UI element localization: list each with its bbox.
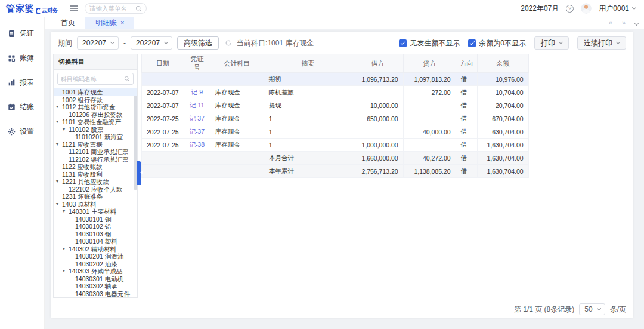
page-size-select[interactable]: 50 — [579, 303, 605, 315]
cell-dir: 借 — [456, 139, 477, 152]
tree-item[interactable]: 11010201 新海宜 — [54, 133, 137, 141]
tree-item[interactable]: 14030201 润滑油 — [54, 253, 137, 260]
period-to-select[interactable]: 202207 — [131, 36, 172, 50]
expand-arrow-icon[interactable]: ▾ — [63, 126, 65, 134]
tree-item[interactable]: ▾1121 应收票据 — [54, 141, 137, 149]
tree-collapse-handle[interactable] — [137, 161, 141, 185]
continuous-print-button[interactable]: 连续打印 — [577, 36, 626, 50]
tree-item[interactable]: 14030302 轴承 — [54, 282, 137, 290]
tree-item[interactable]: ▾1012 其他货币资金 — [54, 103, 137, 111]
tree-item[interactable]: ▾110102 股票 — [54, 126, 137, 134]
tabs-menu-icon[interactable] — [635, 19, 638, 26]
user-menu[interactable]: 用户0001 — [599, 4, 636, 14]
tree-item[interactable]: 1002 银行存款 — [54, 96, 137, 104]
voucher-link[interactable]: 记-9 — [191, 88, 203, 96]
cell-balance: 20,704.00 — [477, 99, 528, 112]
tree-item[interactable]: 14030202 油漆 — [54, 260, 137, 268]
no-activity-checkbox[interactable]: 无发生额不显示 — [399, 38, 460, 48]
tree-item[interactable]: ▾140303 外购半成品 — [54, 267, 137, 275]
period-separator: - — [123, 39, 126, 47]
cell-credit: 40,000.00 — [403, 125, 456, 139]
advanced-filter-button[interactable]: 高级筛选 — [177, 36, 219, 50]
tree-item[interactable]: 14030301 电动机 — [54, 275, 137, 283]
cell-voucher: 记-37 — [184, 125, 210, 139]
tree-item[interactable]: 1131 应收股利 — [54, 171, 137, 179]
menu-search-box[interactable] — [85, 3, 147, 14]
tree-item[interactable]: ▾1221 其他应收款 — [54, 178, 137, 186]
voucher-link[interactable]: 记-11 — [190, 102, 205, 109]
tree-item[interactable]: ▾140302 辅助材料 — [54, 245, 137, 253]
column-header: 摘要 — [264, 54, 352, 73]
closing-icon — [8, 103, 16, 111]
tree-item-label: 14030303 电器元件 — [75, 290, 130, 297]
tree-item[interactable]: 14030103 钢 — [54, 230, 137, 238]
checkbox-checked-icon — [468, 39, 476, 47]
refresh-icon[interactable] — [225, 39, 232, 47]
cell-dir: 借 — [456, 112, 477, 125]
tab-label: 明细账 — [95, 18, 117, 28]
brand-sub-text: 云财务 — [42, 7, 58, 14]
brand-swoosh-icon — [36, 8, 41, 14]
voucher-link[interactable]: 记-37 — [189, 115, 205, 122]
tree-item[interactable]: 14030101 铜 — [54, 216, 137, 223]
sidebar-item-settings[interactable]: 设置 — [0, 119, 44, 144]
tree-item[interactable]: ▾1101 交易性金融资产 — [54, 118, 137, 126]
tree-item[interactable]: 14030104 塑料 — [54, 238, 137, 245]
tree-item[interactable]: 112102 银行承兑汇票 — [54, 156, 137, 164]
tree-item-label: 1012 其他货币资金 — [62, 103, 115, 110]
print-button[interactable]: 打印 — [534, 36, 569, 50]
cell-dir: 借 — [456, 125, 477, 139]
tree-item[interactable]: 112101 商业承兑汇票 — [54, 148, 137, 156]
expand-arrow-icon[interactable]: ▾ — [56, 103, 58, 111]
cell-balance: 630,704.00 — [477, 125, 528, 139]
sidebar-item-closing[interactable]: 结账 — [0, 95, 44, 119]
voucher-link[interactable]: 记-37 — [189, 128, 205, 135]
chevron-down-icon — [110, 40, 114, 44]
cell-balance: 10,704.00 — [477, 86, 528, 99]
tree-item[interactable]: 1231 坏账准备 — [54, 193, 137, 201]
expand-arrow-icon[interactable]: ▾ — [63, 267, 65, 275]
tree-item[interactable]: 1122 应收账款 — [54, 163, 137, 171]
expand-arrow-icon[interactable]: ▾ — [63, 208, 65, 216]
menu-search-input[interactable] — [89, 5, 133, 12]
cell-summary: 提现 — [264, 99, 352, 112]
help-icon[interactable]: ? — [566, 5, 574, 13]
cell-credit — [403, 99, 456, 112]
expand-arrow-icon[interactable]: ▾ — [56, 201, 58, 208]
tree-item[interactable]: ▾140301 主要材料 — [54, 208, 137, 216]
tree-item-label: 101206 存出投资款 — [69, 111, 122, 118]
period-from-select[interactable]: 202207 — [77, 36, 119, 50]
tree-item[interactable]: ▾1403 原材料 — [54, 201, 137, 208]
cell-subject — [210, 165, 264, 178]
expand-arrow-icon[interactable]: ▾ — [56, 118, 58, 126]
tree-item[interactable]: 101206 存出投资款 — [54, 111, 137, 119]
expand-arrow-icon[interactable]: ▾ — [56, 141, 58, 149]
tabs-scroll-left-icon[interactable]: « — [609, 19, 612, 26]
zero-balance-checkbox[interactable]: 余额为0不显示 — [468, 38, 526, 48]
avatar[interactable] — [581, 3, 592, 14]
cell-dir: 借 — [456, 73, 477, 86]
tab-close-icon[interactable]: × — [120, 20, 124, 26]
tree-item-label: 1101 交易性金融资产 — [62, 118, 121, 125]
cell-balance: 1,630,704.00 — [477, 152, 528, 165]
sidebar-item-ledger[interactable]: 账簿 — [0, 46, 44, 70]
sidebar-item-label: 凭证 — [20, 29, 34, 39]
menu-collapse-icon[interactable] — [70, 5, 78, 11]
tab-明细账[interactable]: 明细账× — [85, 17, 134, 29]
tree-item[interactable]: 14030303 电器元件 — [54, 290, 137, 298]
tree-search-input[interactable] — [61, 76, 122, 82]
chevron-down-icon — [559, 40, 563, 44]
expand-arrow-icon[interactable]: ▾ — [63, 245, 65, 253]
cell-credit — [403, 112, 456, 125]
tabs-scroll-right-icon[interactable]: » — [622, 19, 626, 26]
tree-search-box[interactable] — [57, 73, 134, 85]
voucher-link[interactable]: 记-38 — [189, 141, 205, 148]
tree-item[interactable]: 14030102 铝 — [54, 223, 137, 230]
expand-arrow-icon[interactable]: ▾ — [56, 178, 58, 186]
tree-item[interactable]: 1001 库存现金 — [54, 88, 137, 96]
sidebar-item-voucher[interactable]: 凭证 — [0, 21, 44, 46]
tab-首页[interactable]: 首页 — [51, 17, 85, 29]
sidebar-item-report[interactable]: 报表 — [0, 70, 44, 95]
pagination: 第 1/1 页 (8条记录) 50 条/页 — [51, 300, 633, 318]
tree-item[interactable]: 122102 应收个人款 — [54, 186, 137, 193]
